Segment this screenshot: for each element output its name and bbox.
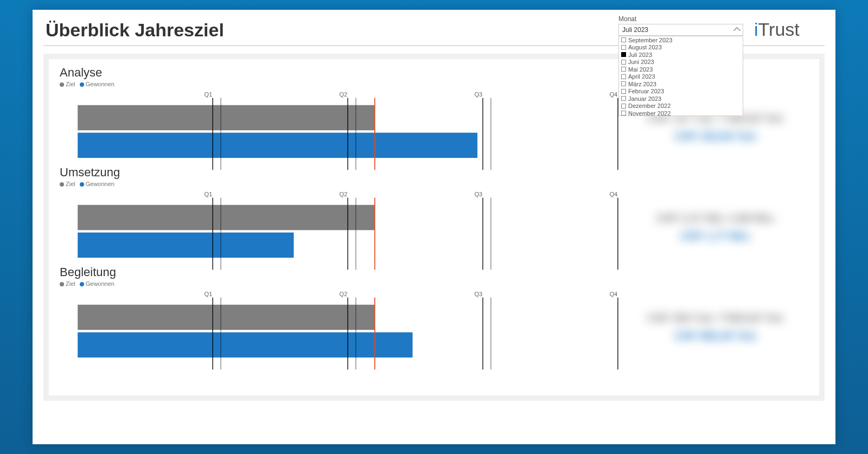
quarter-label: Q2: [340, 191, 348, 197]
report-canvas: Überblick Jahresziel Monat Juli 2023 Sep…: [33, 10, 835, 444]
checkbox-icon: [621, 45, 626, 50]
bar-gewonnen: [78, 233, 293, 258]
legend-item-ziel: Ziel: [60, 81, 75, 87]
checkbox-icon: [621, 52, 626, 57]
chart-row: Q1Q2Q3Q4CHF 2,37 Mio. 0,88 Mio.CHF 1,77 …: [60, 189, 808, 265]
legend-item-gewonnen: Gewonnen: [80, 81, 114, 87]
checkbox-icon: [621, 37, 626, 42]
quarter-label: Q4: [609, 91, 617, 98]
month-option[interactable]: August 2023: [619, 44, 743, 52]
checkbox-icon: [621, 74, 626, 79]
month-option[interactable]: November 2022: [619, 110, 743, 116]
month-filter-select[interactable]: Juli 2023: [618, 24, 743, 36]
quarter-label: Q2: [340, 291, 348, 297]
bar-ziel: [78, 105, 375, 130]
chart-row: Q1Q2Q3Q4CHF 350 Tsd. 7'690,00 Tsd.CHF 88…: [60, 289, 808, 365]
month-option-label: November 2022: [628, 110, 671, 116]
kpi-line-1: CHF 2,37 Mio. 0,88 Mio.: [656, 212, 776, 225]
month-option[interactable]: Januar 2023: [619, 95, 743, 103]
quarter-label: Q1: [205, 291, 213, 297]
kpi-line-2: CHF 232,00 Tsd.: [674, 130, 757, 143]
quarter-label: Q3: [474, 191, 482, 197]
quarter-label: Q1: [205, 91, 213, 98]
svg-text:iTrust: iTrust: [754, 19, 800, 40]
chevron-up-icon: [733, 27, 741, 34]
month-option-label: Juni 2023: [628, 59, 654, 65]
series-legend: ZielGewonnen: [60, 280, 808, 287]
checkbox-icon: [621, 81, 626, 86]
month-filter-dropdown[interactable]: September 2023August 2023Juli 2023Juni 2…: [618, 36, 743, 116]
kpi-line-1: CHF 350 Tsd. 7'690,00 Tsd.: [647, 312, 784, 324]
month-option-label: September 2023: [628, 37, 672, 43]
month-option[interactable]: Juli 2023: [619, 51, 743, 59]
legend-item-ziel: Ziel: [60, 181, 75, 187]
legend-dot-gewonnen: [80, 82, 84, 87]
header-bar: Überblick Jahresziel Monat Juli 2023 Sep…: [43, 15, 825, 44]
quarter-label: Q3: [474, 291, 482, 297]
month-option-label: April 2023: [628, 73, 655, 80]
bar-ziel: [78, 305, 375, 330]
quarter-label: Q3: [474, 91, 482, 98]
checkbox-icon: [621, 96, 626, 101]
month-filter-label: Monat: [618, 15, 743, 23]
quarter-label: Q1: [205, 191, 213, 197]
chart-area: Q1Q2Q3Q4: [60, 189, 624, 265]
month-option-label: Januar 2023: [628, 95, 661, 102]
month-option[interactable]: Juni 2023: [619, 59, 743, 66]
quarter-label: Q4: [609, 291, 617, 297]
bar-ziel: [78, 205, 375, 230]
month-option-label: Februar 2023: [628, 88, 664, 94]
month-option-label: Dezember 2022: [628, 103, 671, 109]
legend-dot-gewonnen: [80, 282, 84, 286]
checkbox-icon: [621, 60, 626, 65]
brand-i-glyph: i: [754, 19, 758, 40]
month-filter: Monat Juli 2023 September 2023August 202…: [618, 15, 743, 36]
month-option[interactable]: April 2023: [619, 73, 743, 81]
legend-item-gewonnen: Gewonnen: [80, 280, 114, 287]
legend-dot-gewonnen: [80, 182, 84, 187]
chart-area: Q1Q2Q3Q4: [60, 289, 624, 365]
bar-gewonnen: [78, 332, 412, 357]
chart-area: Q1Q2Q3Q4: [60, 89, 624, 165]
kpi-values: CHF 2,37 Mio. 0,88 Mio.CHF 1,77 Mio.: [624, 189, 808, 265]
month-option-label: August 2023: [628, 44, 662, 50]
brand-rest-glyph: Trust: [758, 19, 800, 40]
legend-item-gewonnen: Gewonnen: [80, 181, 114, 187]
checkbox-icon: [621, 67, 626, 72]
month-option[interactable]: März 2023: [619, 80, 743, 88]
month-option[interactable]: Dezember 2022: [619, 103, 743, 110]
checkbox-icon: [621, 104, 626, 108]
legend-item-ziel: Ziel: [60, 280, 75, 287]
month-option-label: März 2023: [628, 81, 656, 87]
month-option-label: Juli 2023: [628, 52, 652, 58]
month-option[interactable]: Mai 2023: [619, 66, 743, 73]
checkbox-icon: [621, 111, 626, 116]
kpi-line-2: CHF 1,77 Mio.: [680, 230, 751, 242]
quarter-label: Q2: [340, 91, 348, 98]
kpi-values: CHF 350 Tsd. 7'690,00 Tsd.CHF 883,45 Tsd…: [624, 289, 808, 365]
legend-dot-ziel: [60, 282, 64, 286]
month-filter-selected: Juli 2023: [622, 26, 648, 34]
series-legend: ZielGewonnen: [60, 181, 808, 187]
bar-gewonnen: [78, 133, 477, 158]
page-title: Überblick Jahresziel: [43, 15, 618, 44]
month-option[interactable]: Februar 2023: [619, 88, 743, 95]
checkbox-icon: [621, 89, 626, 94]
brand-logo: iTrust: [743, 15, 825, 41]
kpi-line-2: CHF 883,45 Tsd.: [674, 330, 757, 342]
month-option-label: Mai 2023: [628, 66, 653, 73]
legend-dot-ziel: [60, 182, 64, 187]
quarter-label: Q4: [609, 191, 617, 197]
legend-dot-ziel: [60, 82, 64, 87]
month-option[interactable]: September 2023: [619, 36, 743, 44]
